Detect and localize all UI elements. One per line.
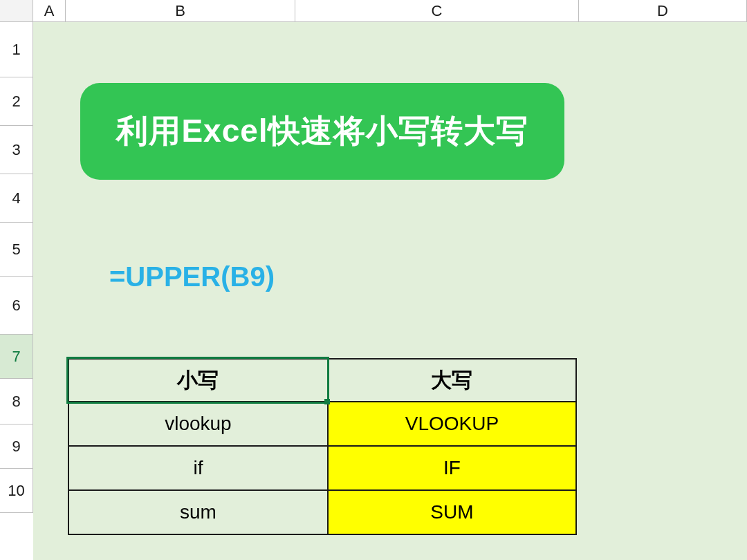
column-header-c[interactable]: C [295, 0, 579, 22]
header-lower[interactable]: 小写 [68, 359, 328, 402]
column-headers: ABCD [0, 0, 747, 22]
row-header-10[interactable]: 10 [0, 469, 33, 513]
cells-area[interactable]: 利用Excel快速将小写转大写 =UPPER(B9) 小写 大写 vlookup… [33, 22, 747, 560]
case-conversion-table: 小写 大写 vlookupVLOOKUPifIFsumSUM [68, 358, 577, 535]
cell-upper[interactable]: IF [328, 446, 576, 490]
table-row: ifIF [68, 446, 576, 490]
cell-upper[interactable]: VLOOKUP [328, 402, 576, 446]
row-header-6[interactable]: 6 [0, 277, 33, 335]
row-header-8[interactable]: 8 [0, 379, 33, 424]
cell-upper[interactable]: SUM [328, 490, 576, 534]
cell-lower[interactable]: if [68, 446, 328, 490]
row-header-5[interactable]: 5 [0, 223, 33, 277]
table-header-row: 小写 大写 [68, 359, 576, 402]
title-banner-text: 利用Excel快速将小写转大写 [116, 110, 528, 153]
row-header-4[interactable]: 4 [0, 174, 33, 223]
select-all-corner[interactable] [0, 0, 33, 22]
spreadsheet-window: ABCD 12345678910 利用Excel快速将小写转大写 =UPPER(… [0, 0, 747, 560]
cell-lower[interactable]: sum [68, 490, 328, 534]
column-header-a[interactable]: A [33, 0, 66, 22]
row-headers: 12345678910 [0, 22, 33, 513]
row-header-9[interactable]: 9 [0, 424, 33, 469]
formula-annotation: =UPPER(B9) [109, 261, 275, 292]
header-upper[interactable]: 大写 [328, 359, 576, 402]
cell-lower[interactable]: vlookup [68, 402, 328, 446]
row-header-7[interactable]: 7 [0, 335, 33, 379]
row-header-1[interactable]: 1 [0, 22, 33, 77]
table-row: vlookupVLOOKUP [68, 402, 576, 446]
column-header-d[interactable]: D [579, 0, 747, 22]
column-header-b[interactable]: B [66, 0, 295, 22]
table-row: sumSUM [68, 490, 576, 534]
title-banner: 利用Excel快速将小写转大写 [80, 83, 564, 180]
row-header-3[interactable]: 3 [0, 126, 33, 174]
row-header-2[interactable]: 2 [0, 77, 33, 126]
